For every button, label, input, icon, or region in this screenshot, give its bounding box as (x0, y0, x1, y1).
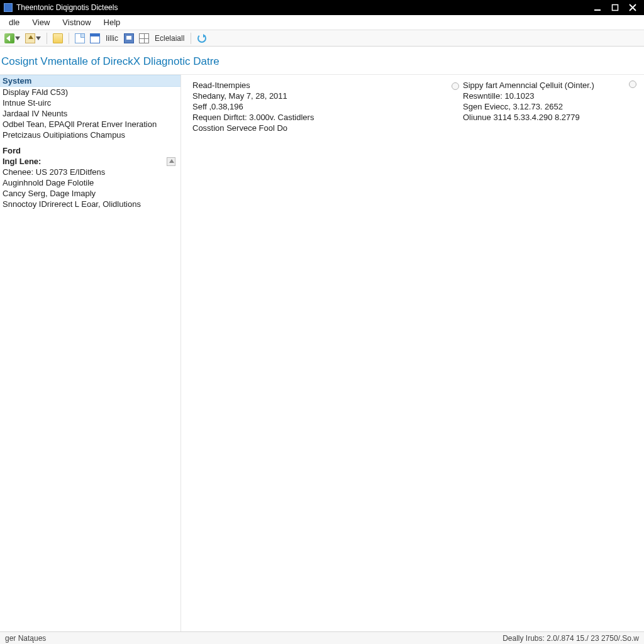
sidebar-item[interactable]: Intnue St-uirc (0, 97, 180, 108)
menu-bar: dle View Vistnow Help (0, 15, 644, 30)
window-button[interactable] (88, 32, 102, 45)
minimize-button[interactable] (589, 0, 606, 15)
sidebar-item[interactable]: Snnoctoy IDrirerect L Eoar, Olidlutions (0, 199, 180, 209)
toolbar-separator (191, 33, 191, 44)
sidebar-item[interactable]: Odbel Tean, EPAQll Prerat Enver Ineratio… (0, 119, 180, 130)
sidebar-item[interactable]: Pretcizaus Ouitipiations Champus (0, 130, 180, 140)
toolbar: Iillic Eclelaiall (0, 30, 644, 47)
sidebar-heading-ingl: Ingl Lene: (0, 156, 43, 167)
menu-window[interactable]: Vistnow (56, 16, 97, 28)
right-panel: Sippy fart Amenncial Çelluit (Ointer.) R… (449, 75, 644, 632)
minimize-icon (594, 4, 601, 11)
menu-file[interactable]: dle (3, 16, 26, 28)
title-bar: Theentonic Diqignotis Dicteels (0, 0, 644, 15)
status-right: Deally Irubs: 2.0/.874 15./ 23 2750/.So.… (502, 634, 639, 643)
page-button[interactable] (73, 32, 87, 45)
status-left: ger Natąues (5, 634, 46, 643)
menu-help[interactable]: Help (97, 16, 127, 28)
sidebar-heading-ford: Ford (0, 145, 180, 156)
toolbar-label-eclatall[interactable]: Eclelaiall (152, 34, 187, 43)
back-icon (4, 33, 14, 43)
svg-rect-0 (594, 9, 601, 11)
folder-icon (53, 33, 63, 43)
grid-icon (139, 33, 149, 43)
maximize-icon (611, 4, 619, 11)
expand-icon[interactable] (167, 157, 175, 166)
back-button[interactable] (3, 32, 22, 45)
close-button[interactable] (624, 0, 641, 15)
sidebar-item[interactable]: Auginhnold Dage Folotile (0, 177, 180, 188)
menu-view[interactable]: View (26, 16, 56, 28)
page-icon (75, 33, 85, 43)
save-icon (124, 33, 134, 43)
toolbar-separator (69, 33, 69, 44)
info-row: Oliunue 3114 5.33.4.290 8.2779 (452, 112, 636, 123)
chevron-down-icon (36, 36, 41, 40)
window-title: Theentonic Diqignotis Dicteels (16, 3, 589, 12)
up-icon (25, 33, 35, 43)
toolbar-separator (47, 33, 47, 44)
sidebar-item[interactable]: Display FAld C53) (0, 87, 180, 97)
app-icon (4, 3, 13, 12)
refresh-button[interactable] (195, 32, 209, 45)
chevron-down-icon (15, 36, 20, 40)
main-panel: Read-Itnempies Shedany, May 7, 28, 2011 … (181, 75, 449, 632)
right-header: Sippy fart Amenncial Çelluit (Ointer.) (463, 80, 594, 90)
toolbar-label-hillic[interactable]: Iillic (103, 34, 121, 43)
content-area: System Display FAld C53) Intnue St-uirc … (0, 75, 644, 632)
info-row: Read-Itnempies (192, 80, 438, 91)
save-button[interactable] (122, 32, 136, 45)
info-row: Reswntille: 10.1023 (452, 91, 636, 101)
bullet-icon (629, 80, 636, 88)
sidebar-item[interactable]: Cancy Serg, Dage Imaply (0, 188, 180, 199)
close-icon (628, 3, 637, 12)
folder-button[interactable] (51, 32, 65, 45)
info-row: Cosstion Servece Fool Do (192, 123, 438, 133)
status-bar: ger Natąues Deally Irubs: 2.0/.874 15./ … (0, 631, 644, 644)
window-icon (90, 33, 100, 43)
sidebar-item[interactable]: Chenee: US 2073 E/IDitfens (0, 167, 180, 177)
info-row: Requen Dirftct: 3.000v. Castidlers (192, 112, 438, 123)
maximize-button[interactable] (606, 0, 624, 15)
up-button[interactable] (23, 32, 43, 45)
sidebar-item[interactable]: Jardaal IV Neunts (0, 108, 180, 119)
refresh-icon (197, 34, 206, 43)
sidebar: System Display FAld C53) Intnue St-uirc … (0, 75, 181, 632)
svg-rect-1 (613, 5, 618, 11)
grid-button[interactable] (137, 32, 151, 45)
info-row: Seff ,0.38,196 (192, 101, 438, 112)
bullet-icon (452, 82, 459, 90)
info-row: Shedany, May 7, 28, 2011 (192, 91, 438, 101)
info-row: Sgen Eviecc, 3.12.73. 2652 (452, 101, 636, 112)
right-header-row: Sippy fart Amenncial Çelluit (Ointer.) (452, 80, 636, 91)
sidebar-section-system[interactable]: System (0, 75, 180, 87)
page-title: Cosignt Vmentalle of DireckX Dliagnotic … (0, 47, 644, 75)
